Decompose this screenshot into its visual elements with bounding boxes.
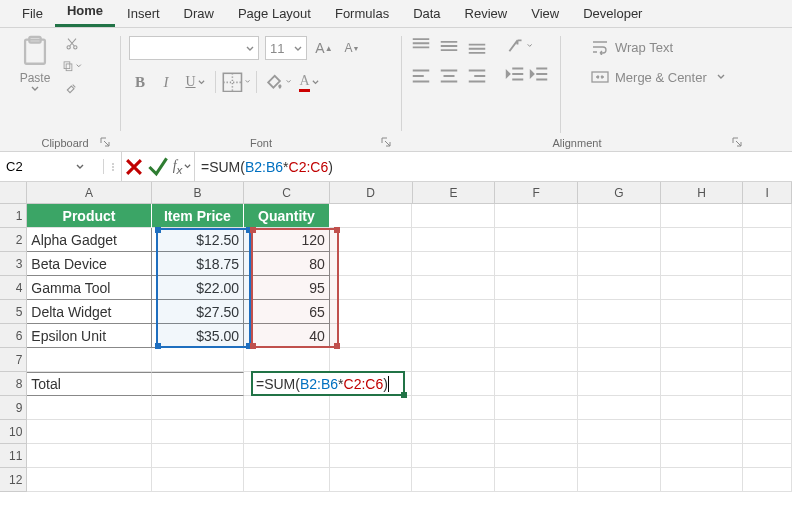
cell-E6[interactable]	[412, 324, 495, 348]
cell-D11[interactable]	[330, 444, 413, 468]
cell-I5[interactable]	[743, 300, 792, 324]
name-box[interactable]	[0, 159, 104, 174]
align-top-icon[interactable]	[410, 34, 432, 58]
italic-button[interactable]: I	[155, 70, 177, 94]
cell-A3[interactable]: Beta Device	[27, 252, 151, 276]
orientation-button[interactable]	[504, 34, 532, 58]
format-painter-icon[interactable]	[62, 80, 82, 96]
cell-G8[interactable]	[578, 372, 661, 396]
cell-I1[interactable]	[743, 204, 792, 228]
cell-A9[interactable]	[27, 396, 151, 420]
cell-E7[interactable]	[412, 348, 495, 372]
tab-view[interactable]: View	[519, 2, 571, 27]
cut-icon[interactable]	[62, 36, 82, 52]
cell-G12[interactable]	[578, 468, 661, 492]
cancel-edit-icon[interactable]	[122, 152, 146, 181]
font-color-button[interactable]: A	[295, 70, 323, 94]
cell-D7[interactable]	[330, 348, 413, 372]
cell-I9[interactable]	[743, 396, 792, 420]
col-header-H[interactable]: H	[661, 182, 744, 204]
merge-center-button[interactable]: Merge & Center	[587, 64, 737, 90]
select-all-corner[interactable]	[0, 182, 27, 204]
cell-A2[interactable]: Alpha Gadget	[27, 228, 151, 252]
active-edit-cell-C8[interactable]: =SUM(B2:B6*C2:C6)	[251, 371, 405, 396]
row-header-2[interactable]: 2	[0, 228, 27, 252]
cell-C7[interactable]	[244, 348, 330, 372]
cell-A11[interactable]	[27, 444, 151, 468]
cell-G1[interactable]	[578, 204, 661, 228]
font-name-select[interactable]	[129, 36, 259, 60]
tab-page-layout[interactable]: Page Layout	[226, 2, 323, 27]
cell-A4[interactable]: Gamma Tool	[27, 276, 151, 300]
cell-B12[interactable]	[152, 468, 244, 492]
paste-icon[interactable]	[18, 34, 52, 71]
clipboard-dialog-launcher[interactable]	[98, 135, 112, 149]
cell-E12[interactable]	[412, 468, 495, 492]
insert-function-button[interactable]: fx	[170, 152, 194, 181]
cell-B5[interactable]: $27.50	[152, 300, 244, 324]
row-header-3[interactable]: 3	[0, 252, 27, 276]
cell-F6[interactable]	[495, 324, 578, 348]
cell-B1[interactable]: Item Price	[152, 204, 244, 228]
cell-E4[interactable]	[412, 276, 495, 300]
cell-F9[interactable]	[495, 396, 578, 420]
underline-button[interactable]: U	[181, 70, 209, 94]
cell-G11[interactable]	[578, 444, 661, 468]
cell-H11[interactable]	[661, 444, 744, 468]
cell-C12[interactable]	[244, 468, 330, 492]
cell-I10[interactable]	[743, 420, 792, 444]
paste-label[interactable]: Paste	[20, 71, 51, 85]
cell-D12[interactable]	[330, 468, 413, 492]
cell-G2[interactable]	[578, 228, 661, 252]
cell-C9[interactable]	[244, 396, 330, 420]
align-center-icon[interactable]	[438, 64, 460, 88]
cell-D4[interactable]	[330, 276, 413, 300]
cell-I3[interactable]	[743, 252, 792, 276]
cell-C10[interactable]	[244, 420, 330, 444]
col-header-B[interactable]: B	[152, 182, 244, 204]
cell-F12[interactable]	[495, 468, 578, 492]
cell-F10[interactable]	[495, 420, 578, 444]
cell-C4[interactable]: 95	[244, 276, 330, 300]
cell-H2[interactable]	[661, 228, 744, 252]
cell-A10[interactable]	[27, 420, 151, 444]
tab-draw[interactable]: Draw	[172, 2, 226, 27]
cell-H4[interactable]	[661, 276, 744, 300]
cell-F7[interactable]	[495, 348, 578, 372]
cell-A5[interactable]: Delta Widget	[27, 300, 151, 324]
cell-H10[interactable]	[661, 420, 744, 444]
cell-H6[interactable]	[661, 324, 744, 348]
wrap-text-button[interactable]: Wrap Text	[587, 34, 737, 60]
cell-D9[interactable]	[330, 396, 413, 420]
decrease-indent-icon[interactable]	[504, 62, 526, 86]
cell-G4[interactable]	[578, 276, 661, 300]
cell-H12[interactable]	[661, 468, 744, 492]
cell-D1[interactable]	[330, 204, 413, 228]
cell-A1[interactable]: Product	[27, 204, 151, 228]
cell-I8[interactable]	[743, 372, 792, 396]
cell-D6[interactable]	[330, 324, 413, 348]
align-middle-icon[interactable]	[438, 34, 460, 58]
col-header-E[interactable]: E	[413, 182, 496, 204]
cell-E10[interactable]	[412, 420, 495, 444]
row-header-4[interactable]: 4	[0, 276, 27, 300]
fill-color-button[interactable]	[263, 70, 291, 94]
cell-C2[interactable]: 120	[244, 228, 330, 252]
name-box-input[interactable]	[6, 159, 76, 174]
cell-B2[interactable]: $12.50	[152, 228, 244, 252]
cell-A8[interactable]: Total	[27, 372, 151, 396]
cell-B3[interactable]: $18.75	[152, 252, 244, 276]
row-header-1[interactable]: 1	[0, 204, 27, 228]
col-header-F[interactable]: F	[495, 182, 578, 204]
cell-B4[interactable]: $22.00	[152, 276, 244, 300]
cell-B10[interactable]	[152, 420, 244, 444]
cell-I11[interactable]	[743, 444, 792, 468]
align-right-icon[interactable]	[466, 64, 488, 88]
cell-F4[interactable]	[495, 276, 578, 300]
cell-E11[interactable]	[412, 444, 495, 468]
cell-I2[interactable]	[743, 228, 792, 252]
col-header-A[interactable]: A	[27, 182, 152, 204]
cell-D3[interactable]	[330, 252, 413, 276]
row-header-5[interactable]: 5	[0, 300, 27, 324]
cell-H3[interactable]	[661, 252, 744, 276]
